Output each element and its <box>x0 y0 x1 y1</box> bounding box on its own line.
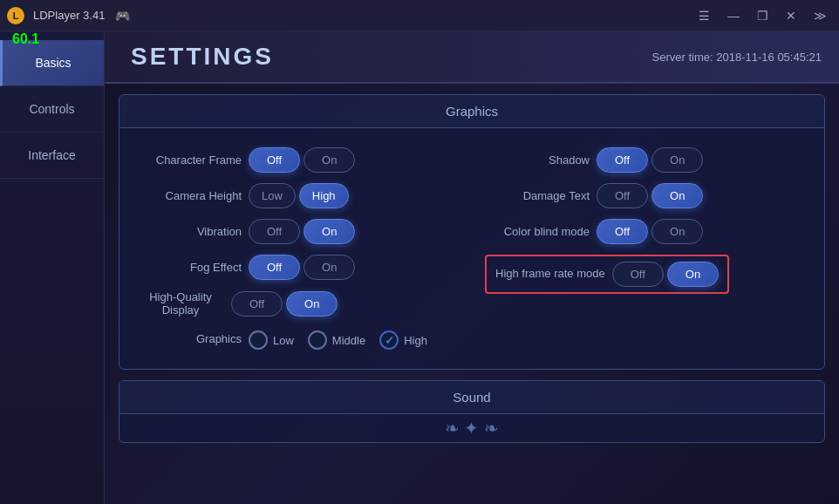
hfr-box: High frame rate mode Off On <box>485 255 729 294</box>
hq-display-row: High-QualityDisplay Off On <box>137 285 459 322</box>
graphics-quality-radio: Low Middle High <box>249 330 427 350</box>
titlebar: L LDPlayer 3.41 🎮 ☰ — ❐ ✕ ≫ <box>0 0 839 31</box>
settings-panel: Graphics Character Frame Off On <box>105 84 839 504</box>
character-frame-off[interactable]: Off <box>249 147 300 173</box>
character-frame-label: Character Frame <box>137 153 242 167</box>
ornament: ❧ ✦ ❧ <box>119 414 824 442</box>
graphics-middle-radio[interactable] <box>308 330 327 350</box>
damage-text-on[interactable]: On <box>651 183 703 208</box>
content-area: SETTINGS Server time: 2018-11-16 05:45:2… <box>105 31 839 504</box>
graphics-middle-option[interactable]: Middle <box>308 330 365 350</box>
vibration-toggle: Off On <box>249 219 355 244</box>
main-area: Basics Controls Interface SETTINGS Serve… <box>0 31 839 504</box>
vibration-on[interactable]: On <box>304 219 355 244</box>
hq-display-on[interactable]: On <box>286 291 338 317</box>
sidebar-item-interface[interactable]: Interface <box>0 133 104 179</box>
left-column: Character Frame Off On Camera Height <box>137 142 459 355</box>
hq-display-toggle: Off On <box>231 291 338 317</box>
sidebar: Basics Controls Interface <box>0 31 105 504</box>
camera-height-high[interactable]: High <box>299 183 349 208</box>
camera-height-row: Camera Height Low High <box>137 178 459 214</box>
right-column: Shadow Off On Damage Text Off <box>485 142 807 355</box>
shadow-label: Shadow <box>485 153 590 167</box>
fog-effect-label: Fog Effect <box>137 261 242 274</box>
fps-badge: 60.1 <box>12 31 39 47</box>
fog-effect-off[interactable]: Off <box>249 255 300 280</box>
graphics-low-radio[interactable] <box>249 330 268 350</box>
damage-text-label: Damage Text <box>485 189 590 202</box>
hfr-off[interactable]: Off <box>612 262 664 287</box>
shadow-off[interactable]: Off <box>597 147 648 173</box>
graphics-high-radio[interactable] <box>379 330 399 350</box>
hfr-on[interactable]: On <box>667 262 719 287</box>
app-logo: L LDPlayer 3.41 🎮 <box>7 7 130 24</box>
character-frame-toggle: Off On <box>249 147 355 173</box>
graphics-section: Graphics Character Frame Off On <box>119 94 825 370</box>
expand-button[interactable]: ≫ <box>808 7 832 24</box>
camera-height-low[interactable]: Low <box>249 183 296 208</box>
fog-effect-on[interactable]: On <box>304 255 355 280</box>
hq-display-off[interactable]: Off <box>231 291 283 317</box>
hfr-toggle: Off On <box>612 262 719 287</box>
shadow-toggle: Off On <box>597 147 703 173</box>
damage-text-row: Damage Text Off On <box>485 178 807 214</box>
sidebar-item-controls[interactable]: Controls <box>0 86 104 133</box>
fog-effect-row: Fog Effect Off On <box>137 249 459 285</box>
close-button[interactable]: ✕ <box>781 7 801 24</box>
shadow-on[interactable]: On <box>651 147 703 173</box>
sound-section-title: Sound <box>119 381 824 414</box>
server-time: Server time: 2018-11-16 05:45:21 <box>652 51 822 64</box>
app-name: LDPlayer 3.41 <box>33 9 105 22</box>
graphics-low-label: Low <box>273 334 294 347</box>
graphics-section-body: Character Frame Off On Camera Height <box>119 128 824 369</box>
colorblind-toggle: Off On <box>597 219 703 244</box>
graphics-quality-row: Graphics Low Middle <box>137 322 459 355</box>
damage-text-toggle: Off On <box>597 183 703 208</box>
camera-height-toggle: Low High <box>249 183 349 208</box>
hfr-label: High frame rate mode <box>495 267 605 282</box>
colorblind-on[interactable]: On <box>651 219 703 244</box>
vibration-row: Vibration Off On <box>137 214 459 249</box>
graphics-middle-label: Middle <box>332 334 365 347</box>
app-header: SETTINGS Server time: 2018-11-16 05:45:2… <box>105 31 839 84</box>
character-frame-on[interactable]: On <box>304 147 355 173</box>
page-title: SETTINGS <box>131 43 274 71</box>
controller-icon: 🎮 <box>115 9 130 23</box>
maximize-button[interactable]: ❐ <box>752 7 774 24</box>
fog-effect-toggle: Off On <box>249 255 355 280</box>
hq-display-label: High-QualityDisplay <box>137 290 224 317</box>
damage-text-off[interactable]: Off <box>597 183 648 208</box>
graphics-high-label: High <box>404 334 427 347</box>
menu-button[interactable]: ☰ <box>693 7 715 24</box>
sound-section: Sound ❧ ✦ ❧ <box>119 380 825 443</box>
colorblind-off[interactable]: Off <box>597 219 648 244</box>
vibration-off[interactable]: Off <box>249 219 300 244</box>
logo-icon: L <box>7 7 24 24</box>
graphics-high-option[interactable]: High <box>379 330 427 350</box>
colorblind-label: Color blind mode <box>485 225 590 238</box>
shadow-row: Shadow Off On <box>485 142 807 178</box>
colorblind-row: Color blind mode Off On <box>485 214 807 249</box>
graphics-quality-label: Graphics <box>137 332 242 345</box>
hfr-row: High frame rate mode Off On <box>485 249 807 299</box>
graphics-section-title: Graphics <box>119 95 824 128</box>
graphics-low-option[interactable]: Low <box>249 330 294 350</box>
camera-height-label: Camera Height <box>137 189 242 202</box>
settings-grid: Character Frame Off On Camera Height <box>137 142 807 355</box>
vibration-label: Vibration <box>137 225 242 238</box>
window-controls: ☰ — ❐ ✕ ≫ <box>693 7 832 24</box>
character-frame-row: Character Frame Off On <box>137 142 459 178</box>
minimize-button[interactable]: — <box>722 7 745 24</box>
